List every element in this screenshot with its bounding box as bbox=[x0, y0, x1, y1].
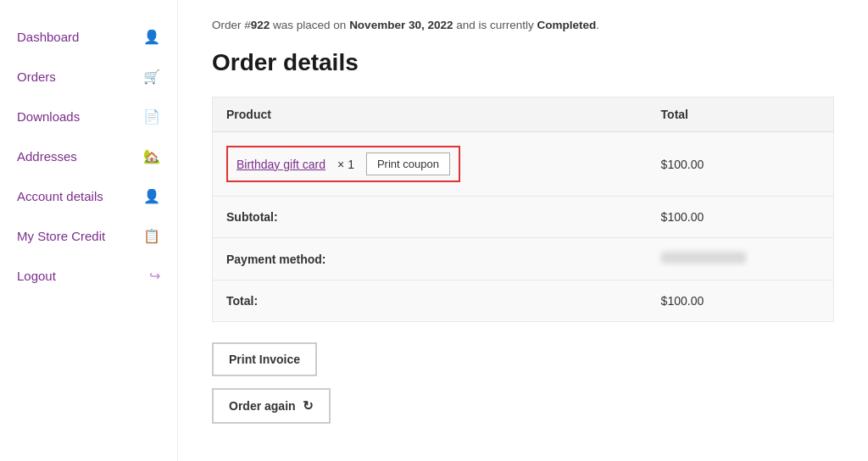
subtotal-label: Subtotal: bbox=[226, 210, 278, 224]
order-notice-end: . bbox=[596, 19, 599, 31]
actions-area: Print Invoice Order again ↻ bbox=[212, 342, 834, 424]
order-status: Completed bbox=[537, 19, 597, 31]
print-coupon-button[interactable]: Print coupon bbox=[366, 153, 450, 175]
sidebar-downloads-label: Downloads bbox=[17, 109, 136, 124]
main-content: Order #922 was placed on November 30, 20… bbox=[178, 0, 868, 461]
total-label: Total: bbox=[226, 294, 258, 308]
sidebar-store-credit-label: My Store Credit bbox=[17, 229, 136, 243]
order-notice: Order #922 was placed on November 30, 20… bbox=[212, 17, 834, 34]
logout-icon: ↪ bbox=[149, 268, 160, 284]
total-value: $100.00 bbox=[648, 280, 834, 322]
total-row: Total: $100.00 bbox=[213, 280, 834, 322]
sidebar-item-account-details[interactable]: Account details 👤 bbox=[0, 176, 177, 216]
sidebar: Dashboard 👤 Orders 🛒 Downloads 📄 Address… bbox=[0, 0, 178, 461]
subtotal-value: $100.00 bbox=[648, 197, 834, 238]
order-date: November 30, 2022 bbox=[349, 19, 453, 31]
sidebar-item-logout[interactable]: Logout ↪ bbox=[0, 256, 177, 296]
order-notice-prefix: Order # bbox=[212, 19, 251, 31]
product-row: Birthday gift card × 1 Print coupon $100… bbox=[213, 132, 834, 197]
order-notice-mid: was placed on bbox=[270, 19, 349, 31]
sidebar-dashboard-label: Dashboard bbox=[17, 30, 136, 44]
print-invoice-button[interactable]: Print Invoice bbox=[212, 342, 317, 376]
product-qty: × 1 bbox=[337, 158, 354, 171]
sidebar-item-downloads[interactable]: Downloads 📄 bbox=[0, 97, 177, 136]
sidebar-logout-label: Logout bbox=[17, 269, 142, 283]
sidebar-item-orders[interactable]: Orders 🛒 bbox=[0, 57, 177, 97]
sidebar-item-my-store-credit[interactable]: My Store Credit 📋 bbox=[0, 216, 177, 256]
sidebar-addresses-label: Addresses bbox=[17, 149, 136, 164]
product-total: $100.00 bbox=[648, 132, 834, 197]
sidebar-item-addresses[interactable]: Addresses 🏡 bbox=[0, 136, 177, 176]
dashboard-icon: 👤 bbox=[143, 29, 160, 45]
product-link[interactable]: Birthday gift card bbox=[236, 158, 326, 171]
payment-label: Payment method: bbox=[226, 253, 326, 266]
product-cell: Birthday gift card × 1 Print coupon bbox=[213, 132, 648, 197]
sidebar-item-dashboard[interactable]: Dashboard 👤 bbox=[0, 17, 177, 57]
payment-method-blurred bbox=[661, 252, 746, 264]
subtotal-row: Subtotal: $100.00 bbox=[213, 197, 834, 238]
downloads-icon: 📄 bbox=[143, 108, 160, 125]
order-notice-suffix: and is currently bbox=[453, 19, 537, 31]
orders-icon: 🛒 bbox=[143, 69, 160, 85]
product-highlight-box: Birthday gift card × 1 Print coupon bbox=[226, 146, 460, 182]
payment-value bbox=[648, 238, 834, 280]
payment-row: Payment method: bbox=[213, 238, 834, 280]
order-table: Product Total Birthday gift card × 1 Pri… bbox=[212, 97, 834, 322]
order-again-label: Order again bbox=[229, 399, 296, 413]
order-again-button[interactable]: Order again ↻ bbox=[212, 388, 331, 424]
sidebar-account-label: Account details bbox=[17, 189, 136, 203]
order-number: 922 bbox=[251, 19, 270, 31]
addresses-icon: 🏡 bbox=[143, 148, 160, 164]
page-title: Order details bbox=[212, 49, 834, 76]
account-icon: 👤 bbox=[143, 188, 160, 204]
refresh-icon: ↻ bbox=[303, 398, 314, 414]
col-header-product: Product bbox=[213, 97, 648, 132]
sidebar-orders-label: Orders bbox=[17, 69, 136, 84]
store-credit-icon: 📋 bbox=[143, 228, 160, 244]
col-header-total: Total bbox=[648, 97, 834, 132]
